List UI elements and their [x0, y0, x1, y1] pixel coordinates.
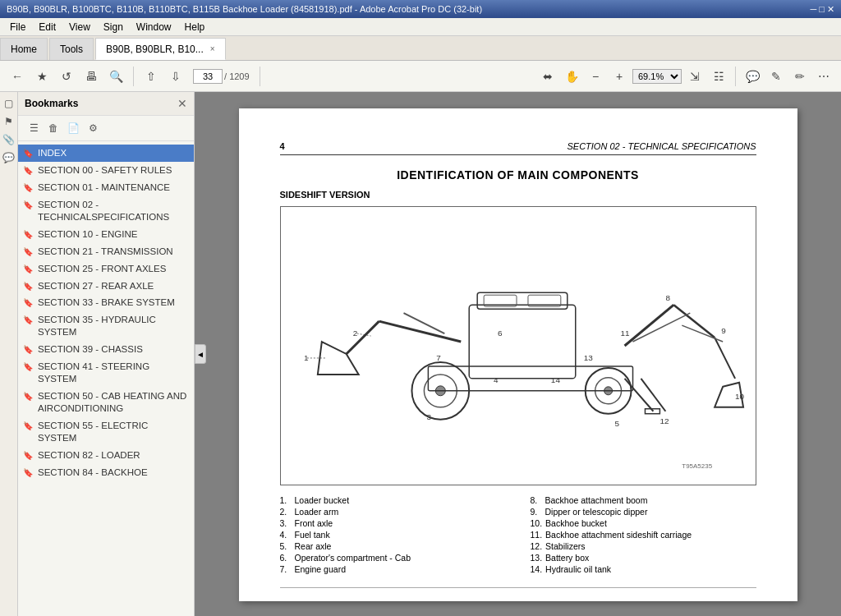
page-down-button[interactable]: ⇩: [165, 66, 186, 87]
viewer-area: ◄ 4 SECTION 02 - TECHNICAL SPECIFICATION…: [195, 92, 841, 616]
sidebar-item-7[interactable]: 🔖 SECTION 27 - REAR AXLE: [18, 278, 194, 295]
bookmark-button[interactable]: ★: [31, 66, 53, 87]
bookmark-icon-7: 🔖: [23, 281, 33, 292]
svg-line-13: [403, 313, 444, 333]
parts-list-item-1: 8.Backhoe attachment boom: [531, 495, 756, 505]
sidebar-item-14[interactable]: 🔖 SECTION 82 - LOADER: [18, 447, 194, 464]
menu-help[interactable]: Help: [178, 20, 212, 34]
sidebar-item-6[interactable]: 🔖 SECTION 25 - FRONT AXLES: [18, 260, 194, 278]
svg-line-17: [624, 379, 653, 411]
sidebar-item-12[interactable]: 🔖 SECTION 50 - CAB HEATING AND AIRCONDIT…: [18, 388, 194, 417]
tab-close-icon[interactable]: ×: [210, 44, 215, 53]
left-tool-attach[interactable]: 📎: [1, 131, 17, 148]
sidebar-item-label-2: SECTION 01 - MAINTENANCE: [38, 182, 187, 194]
menu-window[interactable]: Window: [130, 20, 178, 34]
bookmark-icon-5: 🔖: [23, 246, 33, 257]
svg-line-18: [641, 379, 665, 411]
draw-button[interactable]: ✏: [789, 66, 811, 87]
menu-file[interactable]: File: [3, 20, 32, 34]
part-label-4: Front axle: [295, 518, 333, 528]
hand-tool-button[interactable]: ✋: [561, 66, 582, 87]
parts-list: 1.Loader bucket8.Backhoe attachment boom…: [280, 495, 756, 574]
bookmark-icon-9: 🔖: [23, 315, 33, 325]
part-num-7: 11.: [531, 530, 543, 540]
svg-text:T95A5235: T95A5235: [682, 462, 712, 470]
fit-page-button[interactable]: ⇲: [684, 66, 705, 87]
sidebar-delete-btn[interactable]: 🗑: [44, 119, 62, 137]
zoom-in-small-button[interactable]: 🔍: [105, 66, 126, 87]
sidebar-item-label-6: SECTION 25 - FRONT AXLES: [38, 263, 187, 275]
bookmark-icon-15: 🔖: [23, 467, 33, 478]
sidebar-item-9[interactable]: 🔖 SECTION 35 - HYDRAULIC SYSTEM: [18, 311, 194, 341]
parts-list-item-12: 7.Engine guard: [280, 564, 506, 574]
zoom-select[interactable]: 69.1%: [632, 69, 682, 84]
sidebar-item-label-13: SECTION 55 - ELECTRIC SYSTEM: [38, 420, 187, 444]
sidebar-menu-btn[interactable]: ☰: [25, 119, 43, 137]
sidebar-item-10[interactable]: 🔖 SECTION 39 - CHASSIS: [18, 341, 194, 358]
prev-view-button[interactable]: ↺: [56, 66, 77, 87]
page-number-input[interactable]: [193, 69, 223, 84]
sidebar-item-0[interactable]: 🔖 INDEX: [18, 145, 194, 162]
comment-button[interactable]: 💬: [742, 66, 763, 87]
left-tool-page[interactable]: ▢: [1, 95, 17, 112]
sidebar-item-5[interactable]: 🔖 SECTION 21 - TRANSMISSION: [18, 243, 194, 260]
bookmark-icon-2: 🔖: [23, 182, 33, 193]
menu-sign[interactable]: Sign: [97, 20, 130, 34]
svg-text:7: 7: [436, 353, 441, 362]
part-num-12: 7.: [280, 564, 292, 574]
tab-tools[interactable]: Tools: [49, 38, 94, 60]
svg-text:14: 14: [550, 375, 560, 384]
left-tool-comment[interactable]: 💬: [1, 149, 17, 166]
page-up-button[interactable]: ⇧: [140, 66, 162, 87]
sidebar-item-4[interactable]: 🔖 SECTION 10 - ENGINE: [18, 226, 194, 243]
sidebar-item-15[interactable]: 🔖 SECTION 84 - BACKHOE: [18, 464, 194, 481]
snapshot-button[interactable]: ☷: [708, 66, 729, 87]
svg-text:6: 6: [498, 329, 503, 338]
toolbar-sep-2: [260, 67, 260, 86]
sidebar-item-2[interactable]: 🔖 SECTION 01 - MAINTENANCE: [18, 179, 194, 196]
sidebar-options-btn[interactable]: ⚙: [84, 119, 102, 137]
svg-rect-0: [469, 305, 576, 379]
select-tool-button[interactable]: ⬌: [537, 66, 558, 87]
page-divider: [280, 587, 756, 588]
part-label-9: Stabilizers: [545, 541, 585, 551]
sidebar-item-1[interactable]: 🔖 SECTION 00 - SAFETY RULES: [18, 162, 194, 179]
bookmark-icon-3: 🔖: [23, 200, 33, 210]
menu-view[interactable]: View: [62, 20, 97, 34]
highlight-button[interactable]: ✎: [765, 66, 787, 87]
document-viewer[interactable]: 4 SECTION 02 - TECHNICAL SPECIFICATIONS …: [195, 92, 841, 616]
tab-home[interactable]: Home: [0, 38, 48, 60]
parts-list-item-10: 6.Operator's compartment - Cab: [280, 553, 506, 563]
menu-edit[interactable]: Edit: [32, 20, 62, 34]
more-tools-button[interactable]: ⋯: [813, 66, 834, 87]
tab-document[interactable]: B90B, B90BLR, B10... ×: [95, 38, 226, 60]
sidebar-item-3[interactable]: 🔖 SECTION 02 - TECHNICALSPECIFICATIONS: [18, 196, 194, 226]
sidebar-item-11[interactable]: 🔖 SECTION 41 - STEERING SYSTEM: [18, 358, 194, 388]
sidebar-item-label-9: SECTION 35 - HYDRAULIC SYSTEM: [38, 314, 187, 338]
part-label-7: Backhoe attachment sideshift carriage: [545, 530, 692, 540]
sidebar-item-13[interactable]: 🔖 SECTION 55 - ELECTRIC SYSTEM: [18, 417, 194, 447]
svg-text:1: 1: [303, 353, 308, 362]
sidebar-collapse-button[interactable]: ◄: [195, 344, 206, 364]
svg-text:5: 5: [614, 419, 619, 428]
left-tool-bookmark[interactable]: ⚑: [1, 113, 17, 130]
parts-list-item-0: 1.Loader bucket: [280, 495, 506, 505]
part-num-10: 6.: [280, 553, 292, 563]
bookmark-icon-13: 🔖: [23, 421, 33, 431]
zoom-in-button[interactable]: +: [609, 66, 630, 87]
sidebar-close-button[interactable]: ✕: [177, 97, 187, 110]
part-label-0: Loader bucket: [295, 495, 350, 505]
page-header: 4 SECTION 02 - TECHNICAL SPECIFICATIONS: [280, 141, 756, 155]
zoom-out-button[interactable]: −: [585, 66, 606, 87]
menu-bar: File Edit View Sign Window Help: [0, 18, 841, 36]
back-button[interactable]: ←: [7, 66, 28, 87]
sidebar-expand-btn[interactable]: 📄: [64, 119, 82, 137]
sidebar-item-8[interactable]: 🔖 SECTION 33 - BRAKE SYSTEM: [18, 294, 194, 311]
parts-list-item-13: 14.Hydraulic oil tank: [531, 564, 756, 574]
svg-text:10: 10: [735, 392, 745, 401]
print-button[interactable]: 🖶: [80, 66, 102, 87]
sidebar-toolbar: ☰ 🗑 📄 ⚙: [18, 116, 194, 141]
part-label-10: Operator's compartment - Cab: [295, 553, 411, 563]
backhoe-diagram: 1 2 3 4 5 6 7 8: [281, 207, 756, 485]
tab-home-label: Home: [11, 44, 37, 55]
